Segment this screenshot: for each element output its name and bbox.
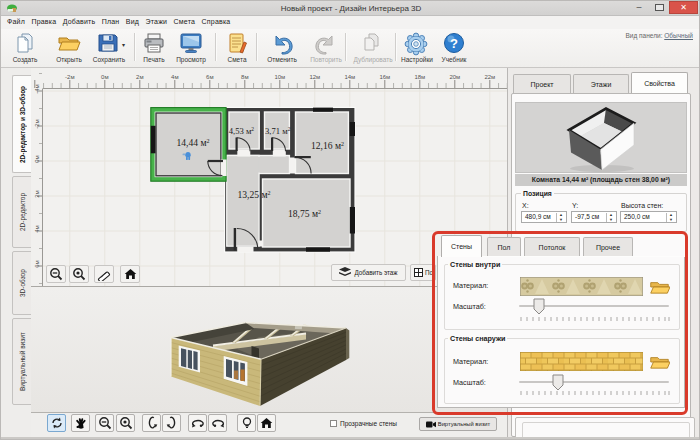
svg-text:18,75 м2: 18,75 м2 bbox=[288, 208, 321, 219]
svg-text:14м: 14м bbox=[344, 74, 355, 80]
svg-text:4м: 4м bbox=[34, 225, 40, 232]
svg-text:?: ? bbox=[450, 36, 458, 51]
svg-text:4,53 м2: 4,53 м2 bbox=[229, 126, 255, 136]
svg-text:16м: 16м bbox=[379, 74, 390, 80]
svg-text:2м: 2м bbox=[34, 190, 40, 197]
svg-text:8м: 8м bbox=[241, 74, 248, 80]
svg-text:4м: 4м bbox=[171, 74, 178, 80]
svg-text:0м: 0м bbox=[101, 74, 108, 80]
svg-text:18м: 18м bbox=[414, 74, 425, 80]
svg-text:12,16 м2: 12,16 м2 bbox=[311, 140, 344, 151]
svg-text:22м: 22м bbox=[484, 74, 495, 80]
svg-text:3,71 м2: 3,71 м2 bbox=[265, 126, 291, 136]
svg-text:0м: 0м bbox=[34, 155, 40, 162]
svg-text:2м: 2м bbox=[136, 74, 143, 80]
svg-text:12м: 12м bbox=[309, 74, 320, 80]
svg-text:6м: 6м bbox=[34, 260, 40, 267]
svg-text:-2м: -2м bbox=[34, 119, 40, 128]
svg-text:-2м: -2м bbox=[65, 74, 74, 80]
svg-text:-4м: -4м bbox=[34, 84, 40, 93]
svg-text:20м: 20м bbox=[449, 74, 460, 80]
svg-text:13,25 м2: 13,25 м2 bbox=[238, 189, 271, 200]
svg-text:10м: 10м bbox=[274, 74, 285, 80]
svg-text:6м: 6м bbox=[206, 74, 213, 80]
svg-text:14,44 м2: 14,44 м2 bbox=[177, 137, 210, 148]
